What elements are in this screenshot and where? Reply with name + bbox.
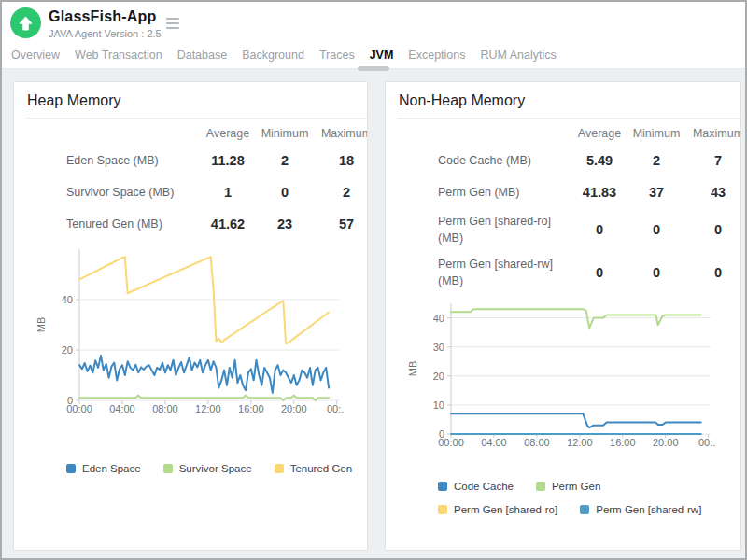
svg-text:10: 10: [433, 399, 444, 411]
stat-minimum: 23: [257, 217, 313, 231]
table-row: Survivor Space (MB) 1 0 2: [66, 176, 368, 208]
legend-label: Survivor Space: [179, 463, 252, 474]
table-row: Perm Gen (MB) 41.83 37 43: [438, 176, 741, 208]
tab-background[interactable]: Background: [242, 49, 304, 62]
svg-text:30: 30: [433, 342, 444, 353]
svg-text:12:00: 12:00: [195, 403, 221, 414]
tab-traces[interactable]: Traces: [319, 49, 355, 62]
table-header-row: Average Minimum Maximum: [66, 122, 368, 145]
legend-label: Eden Space: [82, 463, 141, 474]
legend-label: Perm Gen [shared-ro]: [454, 504, 557, 515]
non-heap-memory-chart[interactable]: 01020304000:0004:0008:0012:0016:0020:000…: [389, 298, 740, 460]
tab-exceptions[interactable]: Exceptions: [408, 49, 465, 62]
legend-item-code-cache[interactable]: Code Cache: [438, 481, 514, 492]
tab-jvm[interactable]: JVM: [370, 49, 394, 62]
svg-text:00:..: 00:..: [698, 437, 716, 448]
svg-text:04:00: 04:00: [481, 437, 507, 448]
stat-maximum: 0: [684, 265, 741, 280]
stat-average: 41.62: [199, 217, 257, 231]
stat-maximum: 57: [313, 217, 368, 231]
column-header-average: Average: [199, 127, 257, 140]
table-row: Perm Gen [shared-rw] (MB) 0 0 0: [438, 251, 741, 294]
column-header-average: Average: [571, 127, 628, 140]
main-content: Heap Memory Average Minimum Maximum Eden…: [2, 69, 745, 558]
column-header-minimum: Minimum: [628, 127, 684, 140]
perm-gen-shared-rw-swatch: [580, 505, 589, 514]
legend-item-eden-space[interactable]: Eden Space: [66, 463, 141, 474]
non-heap-chart-legend: Code Cache Perm Gen Perm Gen [shared-ro]…: [438, 481, 727, 515]
non-heap-memory-panel: Non-Heap Memory Average Minimum Maximum …: [385, 81, 741, 551]
eden-space-swatch: [66, 464, 76, 473]
legend-item-perm-gen-shared-rw[interactable]: Perm Gen [shared-rw]: [580, 504, 701, 515]
svg-text:08:00: 08:00: [152, 403, 178, 414]
stat-label: Perm Gen [shared-ro] (MB): [438, 213, 571, 246]
code-cache-swatch: [438, 482, 447, 491]
tab-rum-analytics[interactable]: RUM Analytics: [481, 49, 557, 62]
table-row: Eden Space (MB) 11.28 2 18: [66, 145, 368, 176]
stat-average: 1: [199, 185, 257, 200]
legend-item-survivor-space[interactable]: Survivor Space: [163, 463, 252, 474]
stat-minimum: 0: [628, 222, 684, 237]
column-header-maximum: Maximum: [313, 127, 368, 140]
stat-maximum: 0: [684, 222, 741, 237]
svg-text:16:00: 16:00: [238, 403, 264, 414]
stat-average: 0: [571, 222, 628, 237]
stat-average: 11.28: [199, 153, 257, 168]
table-header-row: Average Minimum Maximum: [438, 122, 741, 145]
tab-overview[interactable]: Overview: [11, 49, 60, 62]
svg-text:20:00: 20:00: [653, 437, 679, 448]
stat-maximum: 18: [313, 153, 368, 168]
legend-item-tenured-gen[interactable]: Tenured Gen: [275, 463, 353, 474]
tab-web-transaction[interactable]: Web Transaction: [75, 49, 162, 62]
heap-memory-panel: Heap Memory Average Minimum Maximum Eden…: [13, 81, 368, 551]
app-header: GlassFish-App JAVA Agent Version : 2.5: [2, 2, 745, 41]
legend-item-perm-gen[interactable]: Perm Gen: [536, 481, 600, 492]
stat-minimum: 37: [628, 185, 684, 200]
non-heap-stats-table: Average Minimum Maximum Code Cache (MB) …: [438, 122, 741, 294]
non-heap-panel-title: Non-Heap Memory: [398, 82, 740, 119]
table-row: Code Cache (MB) 5.49 2 7: [438, 145, 741, 176]
svg-text:MB: MB: [35, 317, 47, 333]
stat-minimum: 2: [257, 153, 313, 168]
stat-label: Survivor Space (MB): [66, 184, 199, 201]
svg-text:20:00: 20:00: [281, 403, 307, 414]
tenured-gen-swatch: [275, 464, 284, 473]
agent-version-label: JAVA Agent Version : 2.5: [49, 28, 162, 39]
arrow-up-icon: [19, 16, 33, 31]
heap-memory-chart[interactable]: 0204000:0004:0008:0012:0016:0020:0000:..…: [18, 244, 367, 429]
legend-label: Perm Gen [shared-rw]: [596, 504, 701, 515]
stat-average: 5.49: [571, 153, 628, 168]
svg-text:12:00: 12:00: [567, 437, 593, 448]
stat-average: 0: [571, 265, 628, 280]
svg-text:40: 40: [62, 294, 73, 305]
stat-label: Perm Gen (MB): [438, 184, 571, 201]
tab-database[interactable]: Database: [177, 49, 228, 62]
legend-label: Code Cache: [454, 481, 514, 492]
stat-minimum: 0: [257, 185, 313, 200]
perm-gen-shared-ro-swatch: [438, 505, 447, 514]
heap-chart-legend: Eden Space Survivor Space Tenured Gen: [66, 463, 356, 474]
stat-maximum: 7: [684, 153, 741, 168]
svg-text:08:00: 08:00: [524, 437, 550, 448]
stat-label: Perm Gen [shared-rw] (MB): [438, 256, 571, 289]
table-row: Perm Gen [shared-ro] (MB) 0 0 0: [438, 208, 741, 251]
column-header-maximum: Maximum: [684, 127, 741, 140]
tab-bar: Overview Web Transaction Database Backgr…: [2, 41, 745, 69]
perm-gen-swatch: [536, 482, 545, 491]
hamburger-menu-icon[interactable]: [166, 18, 179, 32]
stat-minimum: 0: [628, 265, 684, 280]
column-header-minimum: Minimum: [257, 127, 313, 140]
table-row: Tenured Gen (MB) 41.62 23 57: [66, 208, 368, 240]
legend-item-perm-gen-shared-ro[interactable]: Perm Gen [shared-ro]: [438, 504, 557, 515]
svg-text:MB: MB: [407, 361, 418, 377]
stat-label: Code Cache (MB): [438, 152, 571, 169]
svg-text:00:..: 00:..: [327, 403, 345, 414]
stat-maximum: 2: [313, 185, 368, 200]
heap-panel-title: Heap Memory: [26, 82, 367, 119]
stat-average: 41.83: [571, 185, 628, 200]
scrollbar-thumb[interactable]: [358, 66, 389, 71]
status-up-icon: [10, 7, 41, 38]
app-window: { "window": {"outer_border_color": "#a9a…: [0, 0, 747, 560]
page-title: GlassFish-App: [49, 8, 157, 25]
svg-text:40: 40: [433, 313, 444, 324]
